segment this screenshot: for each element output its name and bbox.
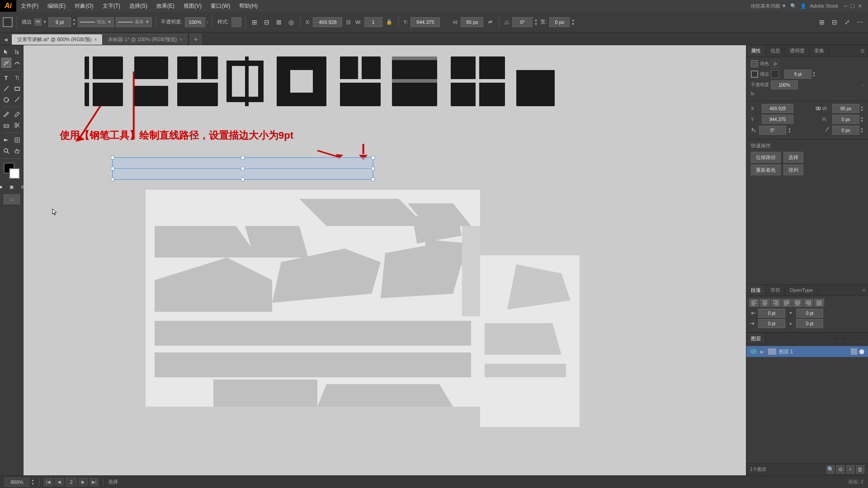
menu-window[interactable]: 窗口(W) [206,0,235,12]
menu-text[interactable]: 文字(T) [98,0,125,12]
align-right-icon[interactable]: ⊟ [829,17,840,28]
page-last-button[interactable]: ▶| [90,478,99,486]
space-before-input[interactable] [796,309,823,318]
layers-tab[interactable]: 图层 [746,333,766,344]
shear-input[interactable] [549,17,570,27]
y-input-prop[interactable] [762,115,793,124]
handle-mc[interactable] [241,167,245,170]
layer-expand-1[interactable]: ▶ [759,348,765,355]
handle-ml[interactable] [111,167,114,170]
handle-tr[interactable] [371,156,375,160]
draw-mode-indicator[interactable]: □ [4,194,20,204]
layer-settings-button[interactable]: ⚙ [836,465,844,474]
handle-mr[interactable] [371,167,375,170]
tab-main-close[interactable]: × [94,37,97,42]
page-prev-button[interactable]: ◀ [55,478,64,486]
justify-center-button[interactable] [793,299,802,307]
h-stepper[interactable]: ▲ ▼ [860,116,863,122]
eraser-tool[interactable] [1,120,11,130]
w-input-prop[interactable] [832,104,859,113]
path-offset-button[interactable]: 位移路径 [751,152,781,163]
pathfinder-icon[interactable]: ⊠ [274,17,284,28]
minimize-button[interactable]: − [842,2,849,9]
indent-left-input[interactable] [758,309,785,318]
rotate-tool[interactable] [1,94,11,104]
direct-selection-tool[interactable] [12,47,22,57]
curvature-tool[interactable] [12,58,22,68]
align-left-button[interactable] [749,299,759,307]
x-input-prop[interactable] [762,104,793,113]
w-input[interactable] [364,17,382,27]
layers-more-button[interactable]: ⋯ [850,335,857,342]
close-button[interactable]: × [856,2,863,9]
arrange-right-icon[interactable]: ⊞ [816,17,827,28]
recolor-button[interactable]: 重新着色 [751,164,781,175]
maximize-button[interactable]: □ [849,2,856,9]
right-tab-transform[interactable]: 变换 [810,45,829,56]
page-first-button[interactable]: |◀ [44,478,53,486]
selection-tool[interactable] [1,47,11,57]
handle-tc[interactable] [241,156,245,160]
zoom-tool[interactable] [1,146,11,156]
line-segment-tool[interactable] [1,84,11,94]
right-tab-transparency[interactable]: 透明度 [785,45,810,56]
menu-view[interactable]: 视图(V) [179,0,206,12]
menu-effect[interactable]: 效果(E) [152,0,179,12]
w-stepper[interactable]: ▲ ▼ [860,105,863,112]
fill-swatch[interactable]: ⊘ [771,60,779,68]
stroke-color-prop[interactable] [771,70,779,78]
select-button[interactable]: 选择 [783,152,803,163]
search-icon[interactable]: 🔍 [790,3,797,9]
rectangle-tool[interactable] [12,84,22,94]
lock-ratio-icon[interactable]: 🔒 [384,17,395,28]
handle-tl[interactable] [111,156,114,160]
opacity-expand-prop[interactable]: › [862,82,863,88]
align-center-button[interactable] [760,299,770,307]
recolor-icon[interactable]: ◎ [286,17,297,28]
right-tab-properties[interactable]: 属性 [746,45,766,56]
menu-select[interactable]: 选择(S) [125,0,152,12]
stroke-icon-prop[interactable] [751,70,758,78]
stroke-size-prop-input[interactable] [784,70,811,79]
shear-stepper[interactable]: ▲ ▼ [571,18,575,26]
stroke-color-swatch[interactable] [3,17,13,27]
br-tab-character[interactable]: 字符 [766,285,785,296]
menu-file[interactable]: 文件(F) [16,0,43,12]
tab-new-doc[interactable]: 未标题-1* @ 100% (RGB/预览) × [103,34,188,45]
h-input[interactable] [461,17,483,27]
br-tab-paragraph[interactable]: 段落 [746,285,766,296]
fill-stroke-icon[interactable] [751,60,758,67]
stroke-icon[interactable] [34,19,42,26]
justify-all-button[interactable] [814,299,824,307]
paragraph-tab-menu[interactable]: ≡ [860,285,868,296]
pencil-tool[interactable] [12,109,22,119]
style-swatch[interactable] [231,17,241,27]
zoom-input[interactable] [5,478,29,487]
layers-zoom-button[interactable]: ⊕ [841,335,848,342]
right-tab-info[interactable]: 信息 [766,45,785,56]
constrain-icon[interactable]: ⛓ [344,18,353,26]
menu-help[interactable]: 帮助(H) [235,0,262,12]
layers-expand-button[interactable]: ◀ [832,335,839,342]
color-mode-icon[interactable]: ■ [0,182,6,192]
justify-left-button[interactable] [782,299,792,307]
y-input[interactable] [410,17,440,27]
line-dash-dropdown[interactable]: 等比 ▼ [78,17,114,27]
tab-new-close[interactable]: × [179,37,182,42]
page-next-button[interactable]: ▶ [79,478,88,486]
angle-input-prop[interactable] [759,126,786,135]
menu-edit[interactable]: 编辑(E) [43,0,70,12]
gradient-tool[interactable] [1,135,11,145]
scissors-tool[interactable] [12,120,22,130]
selected-path[interactable] [112,157,373,180]
layers-collapse-button[interactable]: ≡ [859,335,866,342]
canvas-area[interactable]: 使用【钢笔工具】绘制直线路径，设置描边大小为9pt [24,45,746,475]
x-input[interactable] [313,17,342,27]
fill-stroke-indicator[interactable] [4,163,20,179]
opacity-input[interactable] [185,17,205,27]
br-tab-opentype[interactable]: OpenType [785,285,818,296]
shear-input-prop[interactable] [832,126,859,135]
mesh-tool[interactable] [12,135,22,145]
stroke-size-input[interactable] [48,17,71,27]
hand-tool[interactable] [12,146,22,156]
